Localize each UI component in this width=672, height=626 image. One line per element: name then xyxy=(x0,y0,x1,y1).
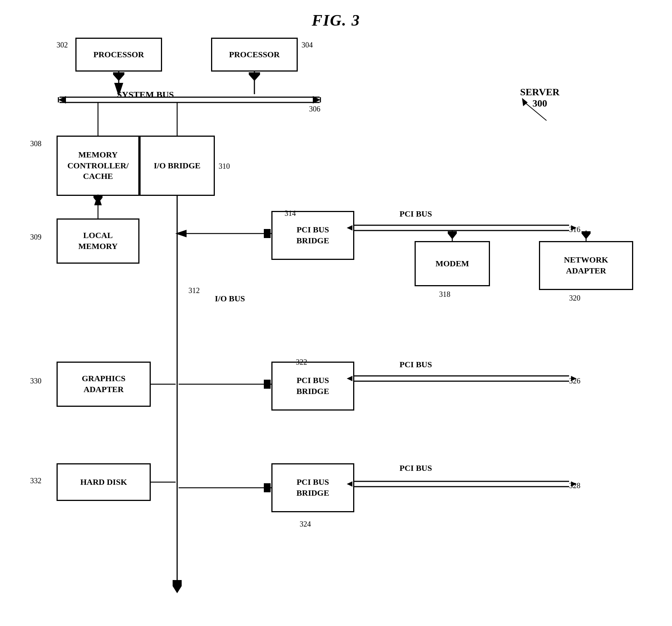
hard-disk-box: HARD DISK xyxy=(57,463,151,501)
system-bus-number: 306 xyxy=(309,105,320,113)
local-memory-box: LOCAL MEMORY xyxy=(57,218,139,264)
pci-bus1-number: 316 xyxy=(569,225,580,234)
pci-bus2-number: 326 xyxy=(569,377,580,385)
svg-marker-5 xyxy=(113,72,124,81)
svg-marker-31 xyxy=(264,380,271,389)
pci-bus-bridge1-number: 314 xyxy=(285,209,296,218)
memory-controller-number: 308 xyxy=(30,139,41,148)
pci-bus-bridge2-box: PCI BUS BRIDGE xyxy=(271,362,354,411)
diagram-arrows xyxy=(0,0,672,626)
graphics-adapter-number: 330 xyxy=(30,377,41,385)
pci-bus-bridge1-box: PCI BUS BRIDGE xyxy=(271,211,354,260)
pci-bus-bridge2-number: 322 xyxy=(296,358,307,366)
io-bridge-number: 310 xyxy=(219,162,230,171)
proc2-number: 304 xyxy=(302,41,313,49)
svg-marker-43 xyxy=(173,580,182,593)
memory-controller-box: MEMORY CONTROLLER/ CACHE xyxy=(57,136,139,196)
svg-marker-9 xyxy=(313,96,320,104)
io-bus-number: 312 xyxy=(188,286,200,295)
diagram-container: FIG. 3 SERVER300 PROCESSOR PROCESSOR 302… xyxy=(0,0,672,626)
io-bus-label: I/O BUS xyxy=(215,294,245,304)
hard-disk-number: 332 xyxy=(30,476,41,485)
svg-marker-20 xyxy=(264,229,271,238)
svg-marker-7 xyxy=(249,72,260,81)
network-adapter-box: NETWORK ADAPTER xyxy=(539,241,633,290)
svg-marker-8 xyxy=(58,96,66,104)
graphics-adapter-box: GRAPHICS ADAPTER xyxy=(57,362,151,407)
io-bridge-box: I/O BRIDGE xyxy=(139,136,215,196)
proc1-number: 302 xyxy=(57,41,68,49)
svg-marker-28 xyxy=(582,231,591,239)
local-memory-number: 309 xyxy=(30,233,41,241)
server-label: SERVER300 xyxy=(520,87,560,109)
svg-marker-17 xyxy=(93,196,103,203)
processor1-box: PROCESSOR xyxy=(75,38,162,72)
system-bus-label: SYSTEM BUS xyxy=(117,90,174,100)
pci-bus3-label: PCI BUS xyxy=(400,463,432,473)
pci-bus3-number: 328 xyxy=(569,481,580,490)
fig-title: FIG. 3 xyxy=(312,11,360,29)
svg-marker-38 xyxy=(264,483,271,492)
svg-marker-26 xyxy=(448,231,457,239)
pci-bridge3-number: 324 xyxy=(300,520,311,528)
pci-bus2-label: PCI BUS xyxy=(400,360,432,369)
modem-number: 318 xyxy=(439,290,450,299)
network-adapter-number: 320 xyxy=(569,294,580,302)
pci-bus1-label: PCI BUS xyxy=(400,209,432,219)
pci-bus-bridge3-box: PCI BUS BRIDGE xyxy=(271,463,354,512)
processor2-box: PROCESSOR xyxy=(211,38,298,72)
modem-box: MODEM xyxy=(415,241,490,286)
